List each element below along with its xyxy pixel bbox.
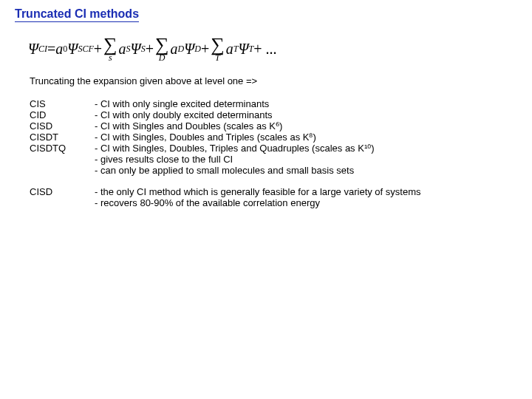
sum-d: ∑ D [155, 35, 169, 62]
table-row: CISD - CI with Singles and Doubles (scal… [30, 120, 434, 132]
methods-table: CIS - CI with only single excited determ… [30, 98, 434, 208]
method-desc: - CI with only doubly excited determinan… [95, 109, 434, 120]
spacer-row [30, 176, 434, 186]
eq-trail: + ... [253, 41, 276, 58]
sum-t-under: T [215, 53, 220, 62]
plus-2: + [146, 41, 154, 58]
psi-s: Ψ [131, 41, 141, 58]
table-row: CISDT - CI with Singles, Doubles and Tri… [30, 132, 434, 143]
method-label: CID [30, 109, 95, 120]
desc-line: - CI with only doubly excited determinan… [95, 109, 420, 120]
eq-sign: = [47, 41, 55, 58]
a-t-sub: T [233, 44, 239, 55]
desc-line: - can only be applied to small molecules… [95, 165, 420, 176]
a-d: a [170, 41, 177, 58]
method-desc: - the only CI method which is generally … [95, 186, 434, 208]
method-desc: - CI with Singles, Doubles and Triples (… [95, 132, 434, 143]
psi-scf: Ψ [67, 41, 78, 58]
psi-scf-sub: SCF [78, 44, 93, 55]
sum-t: ∑ T [211, 35, 225, 62]
table-row: CISD - the only CI method which is gener… [30, 186, 434, 208]
sum-s: ∑ s [103, 35, 117, 62]
ci-expansion-equation: ΨCI = a0 ΨSCF + ∑ s aS ΨS + ∑ D aD ΨD + … [28, 35, 517, 62]
a0: a [55, 41, 63, 58]
method-desc: - CI with Singles, Doubles, Triples and … [95, 143, 434, 176]
desc-line: - recovers 80-90% of the available corre… [95, 197, 420, 208]
desc-line: - CI with Singles and Doubles (scales as… [95, 120, 420, 132]
psi-d-sub: D [194, 44, 201, 55]
psi-t: Ψ [238, 41, 248, 58]
desc-line: - the only CI method which is generally … [95, 186, 420, 197]
plus-3: + [201, 41, 209, 58]
psi-ci-sub: CI [38, 44, 47, 55]
psi-ci: Ψ [28, 41, 38, 58]
desc-line: - CI with Singles, Doubles and Triples (… [95, 132, 420, 143]
desc-line: - gives results close to the full CI [95, 154, 420, 165]
desc-line: - CI with Singles, Doubles, Triples and … [95, 143, 420, 154]
slide-title: Truncated CI methods [15, 7, 139, 22]
psi-d: Ψ [184, 41, 194, 58]
table-row: CISDTQ - CI with Singles, Doubles, Tripl… [30, 143, 434, 176]
sum-s-under: s [109, 53, 112, 62]
sum-d-under: D [159, 53, 166, 62]
plus-1: + [94, 41, 102, 58]
a-s: a [119, 41, 126, 58]
a-t: a [226, 41, 233, 58]
equation-row: ΨCI = a0 ΨSCF + ∑ s aS ΨS + ∑ D aD ΨD + … [28, 35, 517, 62]
slide: Truncated CI methods ΨCI = a0 ΨSCF + ∑ s… [0, 0, 532, 216]
method-label: CIS [30, 98, 95, 109]
method-desc: - CI with only single excited determinan… [95, 98, 434, 109]
method-label: CISD [30, 120, 95, 132]
a-d-sub: D [177, 44, 184, 55]
table-row: CIS - CI with only single excited determ… [30, 98, 434, 109]
table-row: CID - CI with only doubly excited determ… [30, 109, 434, 120]
psi-t-sub: T [248, 44, 253, 55]
method-label: CISDTQ [30, 143, 95, 176]
method-label: CISDT [30, 132, 95, 143]
desc-line: - CI with only single excited determinan… [95, 98, 420, 109]
intro-text: Truncating the expansion given above at … [30, 75, 517, 86]
method-label: CISD [30, 186, 95, 208]
method-desc: - CI with Singles and Doubles (scales as… [95, 120, 434, 132]
